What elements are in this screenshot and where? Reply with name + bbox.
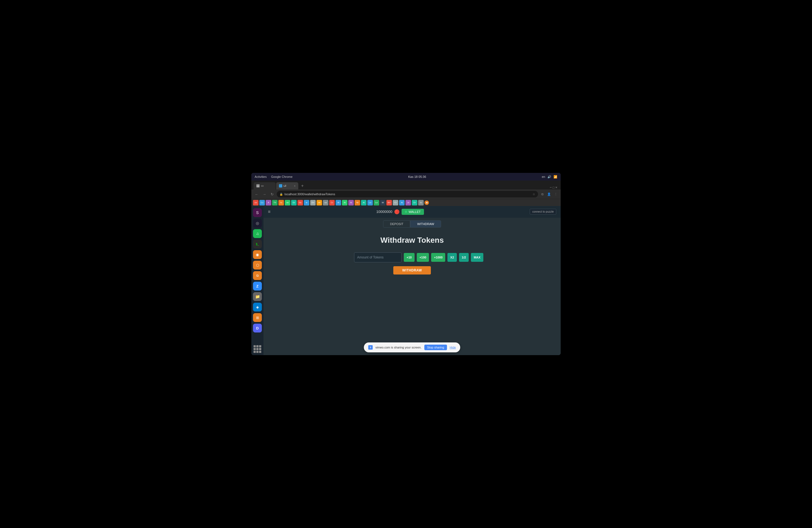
system-bar: Activities Google Chrome Kas 18 05:36 en… xyxy=(251,173,561,180)
half-button[interactable]: 1/2 xyxy=(459,253,469,262)
plus1000-button[interactable]: +1000 xyxy=(431,253,445,262)
ext-9[interactable]: w xyxy=(304,200,309,205)
ext-23[interactable]: Cr xyxy=(393,200,398,205)
tab-favicon-active xyxy=(279,184,282,188)
sidebar-app-terminal[interactable]: $_ xyxy=(253,240,262,249)
ext-11[interactable]: wt xyxy=(317,200,322,205)
wallet-button[interactable]: WALLET xyxy=(402,209,424,215)
wallet-status-dot xyxy=(405,211,407,213)
ext-16[interactable]: Al xyxy=(348,200,354,205)
x2-button[interactable]: X2 xyxy=(447,253,456,262)
ext-17[interactable]: Ni xyxy=(354,200,360,205)
ext-13[interactable]: Cr xyxy=(329,200,335,205)
main-layout: S ◎ ♫ $_ ◉ ⬡ ⧉ Z 📁 ◈ ⊞ D xyxy=(251,206,561,355)
header-center: 10000000 🔴 WALLET xyxy=(376,209,424,215)
sidebar-app-diagram[interactable]: ⧉ xyxy=(253,271,262,280)
tab-label-1: co xyxy=(261,185,264,187)
ext-15[interactable]: Al xyxy=(342,200,347,205)
ext-14[interactable]: Al xyxy=(336,200,341,205)
nav-bar: ← → ↻ 🔒 localhost:3000/wallet/withdrawTo… xyxy=(251,189,561,199)
lock-icon: 🔒 xyxy=(279,193,283,196)
browser-chrome: co co Lil × + − □ × ← → ↻ 🔒 localhost:30… xyxy=(251,180,561,206)
activities-label[interactable]: Activities xyxy=(255,175,266,178)
plus100-button[interactable]: +100 xyxy=(417,253,429,262)
token-balance: 10000000 xyxy=(376,210,392,214)
ext-8[interactable]: Gc xyxy=(298,200,303,205)
sidebar-app-grid[interactable] xyxy=(253,345,261,353)
sidebar-app-discord[interactable]: D xyxy=(253,324,262,333)
tab-withdraw[interactable]: WITHDRAW xyxy=(410,220,441,228)
nav-right-buttons: ⧉ 👤 ⋮ xyxy=(540,191,559,197)
browser-tab-1[interactable]: co co xyxy=(253,182,276,189)
ext-26[interactable]: Dr xyxy=(412,200,417,205)
browser-content: ≡ 10000000 🔴 WALLET connect to puzzle DE… xyxy=(263,206,561,355)
sidebar-app-files[interactable]: 📁 xyxy=(253,292,262,301)
app-header: ≡ 10000000 🔴 WALLET connect to puzzle xyxy=(263,206,561,218)
stop-sharing-button[interactable]: Stop sharing xyxy=(424,344,447,350)
app-tabs: DEPOSIT WITHDRAW xyxy=(263,218,561,228)
ext-6[interactable]: ve xyxy=(285,200,290,205)
ext-22[interactable]: N+ xyxy=(387,200,392,205)
url-text: localhost:3000/wallet/withdrawTokens xyxy=(285,192,335,196)
tab-favicon-1: co xyxy=(256,184,260,188)
sidebar-app-layers[interactable]: ⊞ xyxy=(253,313,262,322)
wallet-label: WALLET xyxy=(408,210,421,214)
address-bar[interactable]: 🔒 localhost:3000/wallet/withdrawTokens ☆ xyxy=(277,191,538,197)
sidebar-app-slack[interactable]: S xyxy=(253,208,262,217)
extensions-bar: co Cc A Th Io ve Gr Gc w Dv wt us Cr Al … xyxy=(251,199,561,206)
new-tab-button[interactable]: + xyxy=(299,182,306,189)
amount-input-row: +10 +100 +1000 X2 1/2 MAX xyxy=(354,252,470,262)
extensions-btn[interactable]: ⧉ xyxy=(540,191,545,197)
ext-5[interactable]: Io xyxy=(278,200,284,205)
withdraw-form: +10 +100 +1000 X2 1/2 MAX WITHDRAW xyxy=(354,252,470,275)
ext-4[interactable]: Th xyxy=(272,200,278,205)
browser-restore-btn[interactable]: □ xyxy=(553,186,555,189)
sidebar-app-package[interactable]: ⬡ xyxy=(253,261,262,269)
sidebar-app-ai[interactable]: ◎ xyxy=(253,219,262,228)
browser-close-btn[interactable]: × xyxy=(555,185,557,189)
tab-label-active: Lil xyxy=(284,185,286,187)
amount-input[interactable] xyxy=(354,252,402,262)
hamburger-menu[interactable]: ≡ xyxy=(268,209,271,214)
browser-tab-active[interactable]: Lil × xyxy=(276,182,298,189)
hide-link[interactable]: Hide xyxy=(450,346,456,349)
tab-bar: co co Lil × + − □ × xyxy=(251,180,561,189)
sidebar: S ◎ ♫ $_ ◉ ⬡ ⧉ Z 📁 ◈ ⊞ D xyxy=(251,206,263,355)
page-title: Withdraw Tokens xyxy=(380,236,444,245)
ext-20[interactable]: Le xyxy=(374,200,379,205)
sidebar-app-vscode[interactable]: ◈ xyxy=(253,303,262,311)
ext-2[interactable]: Cc xyxy=(259,200,265,205)
browser-window: Activities Google Chrome Kas 18 05:36 en… xyxy=(251,173,561,355)
ext-27[interactable]: Io xyxy=(418,200,424,205)
refresh-button[interactable]: ↻ xyxy=(269,191,275,197)
ext-10[interactable]: Dv xyxy=(310,200,316,205)
browser-name-label[interactable]: Google Chrome xyxy=(271,175,292,178)
forward-button[interactable]: → xyxy=(261,191,267,197)
profile-btn[interactable]: 👤 xyxy=(546,191,552,197)
ext-18[interactable]: Al xyxy=(361,200,366,205)
sidebar-app-spotify[interactable]: ♫ xyxy=(253,229,262,238)
ext-25[interactable]: Jz xyxy=(405,200,411,205)
ext-24[interactable]: Al xyxy=(399,200,405,205)
ext-28[interactable]: ◉ xyxy=(424,201,429,205)
sidebar-app-chrome[interactable]: ◉ xyxy=(253,250,262,259)
plus10-button[interactable]: +10 xyxy=(404,253,415,262)
ext-1[interactable]: co xyxy=(253,200,259,205)
ext-21[interactable]: W xyxy=(380,200,386,205)
ext-7[interactable]: Gr xyxy=(291,200,296,205)
max-button[interactable]: MAX xyxy=(471,253,483,262)
back-button[interactable]: ← xyxy=(253,191,260,197)
withdraw-action-button[interactable]: WITHDRAW xyxy=(393,266,431,275)
system-tray: en 🔊 📶 xyxy=(542,175,557,179)
ext-19[interactable]: Le xyxy=(367,200,373,205)
connect-puzzle-button[interactable]: connect to puzzle xyxy=(530,209,556,215)
ext-12[interactable]: us xyxy=(323,200,329,205)
system-bar-left: Activities Google Chrome xyxy=(255,175,292,178)
star-icon: ☆ xyxy=(533,192,535,196)
sidebar-app-zoom[interactable]: Z xyxy=(253,282,262,291)
menu-btn[interactable]: ⋮ xyxy=(553,191,559,197)
tab-deposit[interactable]: DEPOSIT xyxy=(383,220,410,228)
browser-minimize-btn[interactable]: − xyxy=(550,185,552,189)
ext-3[interactable]: A xyxy=(266,200,271,205)
tab-close-button[interactable]: × xyxy=(294,185,295,188)
